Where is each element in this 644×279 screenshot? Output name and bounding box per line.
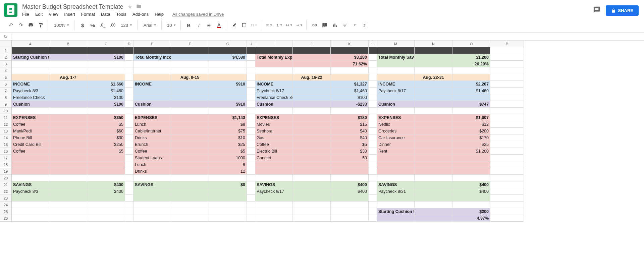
cell-I16[interactable]: Electric Bill <box>255 148 293 155</box>
cell-K23[interactable] <box>331 195 369 202</box>
cell-C25[interactable] <box>87 208 125 215</box>
cell-L19[interactable] <box>369 168 377 175</box>
cell-H11[interactable] <box>247 114 255 121</box>
cell-H26[interactable] <box>247 215 255 222</box>
row-header[interactable]: 9 <box>0 101 12 108</box>
cell-P8[interactable] <box>490 94 524 101</box>
cell-C6[interactable]: $1,660 <box>87 81 125 88</box>
cell-C3[interactable] <box>87 61 125 67</box>
select-all-corner[interactable] <box>0 41 12 47</box>
cell-B11[interactable] <box>49 114 87 121</box>
cell-J3[interactable] <box>293 61 331 67</box>
cell-G1[interactable] <box>209 47 247 54</box>
cell-A26[interactable] <box>12 215 49 222</box>
cell-P21[interactable] <box>490 181 524 188</box>
cell-L9[interactable] <box>369 101 377 108</box>
cell-F1[interactable] <box>171 47 209 54</box>
cell-F21[interactable] <box>171 181 209 188</box>
row-header[interactable]: 25 <box>0 208 12 215</box>
menu-addons[interactable]: Add-ons <box>132 12 149 17</box>
cell-A1[interactable] <box>12 47 49 54</box>
col-header-L[interactable]: L <box>369 41 377 47</box>
cell-B9[interactable] <box>49 101 87 108</box>
cell-P11[interactable] <box>490 114 524 121</box>
cell-F17[interactable] <box>171 155 209 161</box>
cell-E6[interactable]: INCOME <box>133 81 171 88</box>
print-icon[interactable] <box>26 20 36 30</box>
cell-H8[interactable] <box>247 94 255 101</box>
cell-O4[interactable] <box>452 67 490 74</box>
cell-P14[interactable] <box>490 134 524 141</box>
cell-J25[interactable] <box>293 208 331 215</box>
cell-K10[interactable] <box>331 108 369 114</box>
cell-P25[interactable] <box>490 208 524 215</box>
functions-icon[interactable]: Σ <box>360 20 370 30</box>
cell-L1[interactable] <box>369 47 377 54</box>
cell-B10[interactable] <box>49 108 87 114</box>
cell-K25[interactable] <box>331 208 369 215</box>
cell-K3[interactable]: 71.62% <box>331 61 369 67</box>
cell-N25[interactable] <box>415 208 452 215</box>
cell-L15[interactable] <box>369 141 377 148</box>
cell-M15[interactable]: Dinner <box>377 141 415 148</box>
cell-O18[interactable] <box>452 161 490 168</box>
cell-H4[interactable] <box>247 67 255 74</box>
cell-E15[interactable]: Brunch <box>133 141 171 148</box>
cell-O25[interactable]: $200 <box>452 208 490 215</box>
cell-G7[interactable] <box>209 88 247 94</box>
cell-N22[interactable] <box>415 188 452 195</box>
cell-K16[interactable]: $30 <box>331 148 369 155</box>
row-header[interactable]: 1 <box>0 47 12 54</box>
col-header-G[interactable]: G <box>209 41 247 47</box>
cell-G19[interactable]: 12 <box>209 168 247 175</box>
text-rotate-icon[interactable]: ▼ <box>295 20 304 30</box>
cell-E23[interactable] <box>133 195 171 202</box>
cell-K24[interactable] <box>331 202 369 208</box>
cell-D12[interactable] <box>125 121 133 128</box>
cell-B19[interactable] <box>49 168 87 175</box>
cell-G20[interactable] <box>209 175 247 181</box>
cell-L7[interactable] <box>369 88 377 94</box>
cell-E10[interactable] <box>133 108 171 114</box>
cell-L16[interactable] <box>369 148 377 155</box>
row-header[interactable]: 19 <box>0 168 12 175</box>
cell-E19[interactable]: Drinks <box>133 168 171 175</box>
cell-A4[interactable] <box>12 67 49 74</box>
cell-I5[interactable] <box>255 74 293 81</box>
cell-G26[interactable] <box>209 215 247 222</box>
cell-L24[interactable] <box>369 202 377 208</box>
cell-J7[interactable] <box>293 88 331 94</box>
cell-G24[interactable] <box>209 202 247 208</box>
cell-M17[interactable] <box>377 155 415 161</box>
menu-edit[interactable]: Edit <box>35 12 43 17</box>
cell-C18[interactable] <box>87 161 125 168</box>
cell-D13[interactable] <box>125 128 133 134</box>
cell-L11[interactable] <box>369 114 377 121</box>
cell-E9[interactable]: Cushion <box>133 101 171 108</box>
cell-O21[interactable]: $400 <box>452 181 490 188</box>
number-format-select[interactable]: 123▼ <box>118 20 135 30</box>
cell-H5[interactable] <box>247 74 255 81</box>
cell-B2[interactable] <box>49 54 87 61</box>
cell-C19[interactable] <box>87 168 125 175</box>
cell-K17[interactable]: 50 <box>331 155 369 161</box>
cell-J26[interactable] <box>293 215 331 222</box>
cell-A17[interactable] <box>12 155 49 161</box>
cell-D14[interactable] <box>125 134 133 141</box>
col-header-N[interactable]: N <box>415 41 452 47</box>
cell-P13[interactable] <box>490 128 524 134</box>
text-color-icon[interactable]: A <box>214 20 224 30</box>
cell-G5[interactable] <box>209 74 247 81</box>
row-header[interactable]: 22 <box>0 188 12 195</box>
cell-C13[interactable]: $60 <box>87 128 125 134</box>
cell-E2[interactable]: Total Monthly Income <box>133 54 171 61</box>
cell-M21[interactable]: SAVINGS <box>377 181 415 188</box>
folder-icon[interactable] <box>136 4 142 10</box>
cell-H14[interactable] <box>247 134 255 141</box>
cell-F18[interactable] <box>171 161 209 168</box>
cell-F12[interactable] <box>171 121 209 128</box>
cell-E22[interactable] <box>133 188 171 195</box>
cell-D8[interactable] <box>125 94 133 101</box>
cell-K18[interactable] <box>331 161 369 168</box>
cell-L3[interactable] <box>369 61 377 67</box>
